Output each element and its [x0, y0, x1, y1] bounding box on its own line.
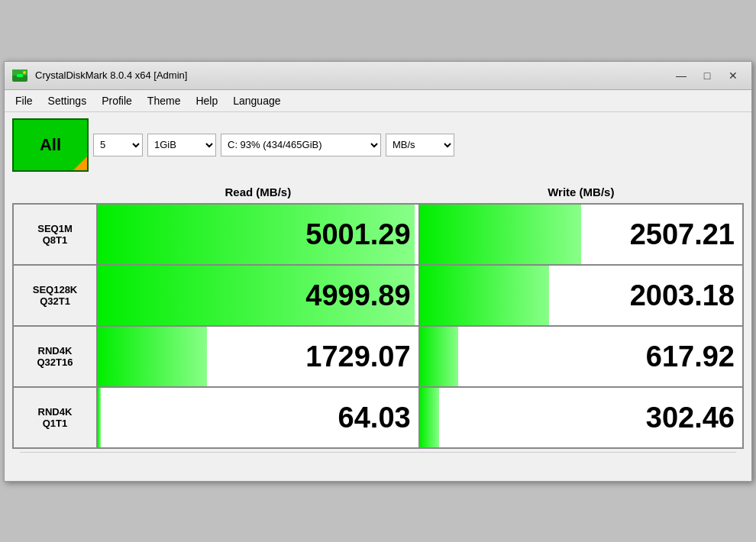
svg-point-3 — [23, 71, 26, 74]
all-button[interactable]: All — [12, 118, 89, 172]
close-button[interactable]: ✕ — [721, 67, 745, 84]
main-content: Read (MB/s) Write (MB/s) SEQ1MQ8T15001.2… — [5, 178, 751, 481]
row-write-rnd4k-q1t1: 302.46 — [419, 387, 743, 448]
read-value-rnd4k-q1t1: 64.03 — [338, 401, 411, 434]
row-write-seq128k-q32t1: 2003.18 — [419, 265, 743, 326]
row-read-rnd4k-q1t1: 64.03 — [97, 387, 419, 448]
app-window: CrystalDiskMark 8.0.4 x64 [Admin] — □ ✕ … — [4, 61, 752, 482]
size-select[interactable]: 1GiB 512MiB 2GiB 4GiB — [147, 134, 216, 156]
write-value-seq1m-q8t1: 2507.21 — [630, 218, 735, 250]
menu-file[interactable]: File — [8, 92, 40, 110]
runs-select[interactable]: 5 1 3 10 — [93, 134, 143, 156]
maximize-button[interactable]: □ — [695, 67, 719, 84]
minimize-button[interactable]: — — [669, 67, 693, 84]
col-read-header: Read (MB/s) — [97, 181, 419, 204]
titlebar: CrystalDiskMark 8.0.4 x64 [Admin] — □ ✕ — [5, 62, 751, 90]
row-read-seq1m-q8t1: 5001.29 — [97, 204, 419, 265]
row-label-rnd4k-q32t16: RND4KQ32T16 — [13, 326, 97, 387]
unit-select[interactable]: MB/s GB/s IOPS μs — [386, 134, 454, 156]
read-value-seq128k-q32t1: 4999.89 — [305, 279, 410, 311]
toolbar: All 5 1 3 10 1GiB 512MiB 2GiB 4GiB C: 93… — [5, 112, 751, 178]
write-value-rnd4k-q32t16: 617.92 — [646, 340, 735, 373]
row-label-seq128k-q32t1: SEQ128KQ32T1 — [13, 265, 97, 326]
menu-profile[interactable]: Profile — [94, 92, 140, 110]
window-title: CrystalDiskMark 8.0.4 x64 [Admin] — [35, 69, 669, 81]
row-read-rnd4k-q32t16: 1729.07 — [97, 326, 419, 387]
menu-settings[interactable]: Settings — [40, 92, 95, 110]
table-row-seq128k-q32t1: SEQ128KQ32T14999.892003.18 — [13, 265, 743, 326]
menu-theme[interactable]: Theme — [140, 92, 189, 110]
read-value-rnd4k-q32t16: 1729.07 — [305, 340, 410, 373]
row-write-seq1m-q8t1: 2507.21 — [419, 204, 743, 265]
window-controls: — □ ✕ — [669, 67, 745, 84]
drive-select[interactable]: C: 93% (434/465GiB) — [221, 134, 381, 156]
status-bar — [20, 452, 736, 470]
benchmark-table: Read (MB/s) Write (MB/s) SEQ1MQ8T15001.2… — [12, 181, 744, 449]
col-label-header — [13, 181, 97, 204]
app-icon — [11, 66, 29, 85]
read-value-seq1m-q8t1: 5001.29 — [305, 218, 410, 250]
row-write-rnd4k-q32t16: 617.92 — [419, 326, 743, 387]
row-read-seq128k-q32t1: 4999.89 — [97, 265, 419, 326]
row-label-seq1m-q8t1: SEQ1MQ8T1 — [13, 204, 97, 265]
table-row-rnd4k-q32t16: RND4KQ32T161729.07617.92 — [13, 326, 743, 387]
col-write-header: Write (MB/s) — [419, 181, 743, 204]
menu-language[interactable]: Language — [225, 92, 288, 110]
row-label-rnd4k-q1t1: RND4KQ1T1 — [13, 387, 97, 448]
write-value-rnd4k-q1t1: 302.46 — [646, 401, 735, 434]
svg-rect-2 — [17, 74, 23, 77]
table-row-rnd4k-q1t1: RND4KQ1T164.03302.46 — [13, 387, 743, 448]
table-row-seq1m-q8t1: SEQ1MQ8T15001.292507.21 — [13, 204, 743, 265]
menubar: File Settings Profile Theme Help Languag… — [5, 90, 751, 112]
menu-help[interactable]: Help — [188, 92, 225, 110]
write-value-seq128k-q32t1: 2003.18 — [630, 279, 735, 311]
